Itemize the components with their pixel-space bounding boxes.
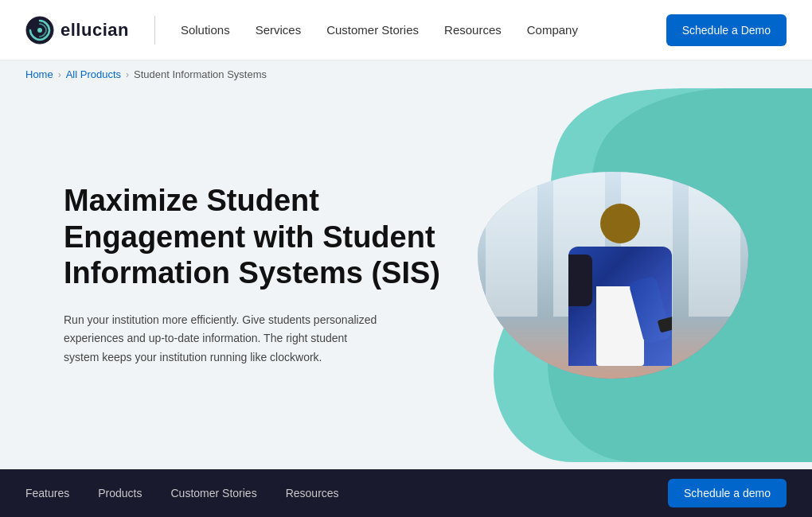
hero-section: Maximize Student Engagement with Student… [0,88,812,462]
ellucian-logo-icon [25,16,54,45]
window-line [689,172,740,317]
breadcrumb-current: Student Information Systems [134,68,267,80]
hero-visual [414,88,812,462]
footer-nav-customer-stories[interactable]: Customer Stories [171,487,257,500]
footer-nav-features[interactable]: Features [25,487,69,500]
person-silhouette [548,204,692,379]
svg-point-1 [37,28,42,33]
nav-item-services[interactable]: Services [256,23,302,37]
hero-title: Maximize Student Engagement with Student… [64,183,446,292]
header-divider [154,16,155,45]
breadcrumb-sep-2: › [126,69,129,80]
breadcrumb: Home › All Products › Student Informatio… [0,60,812,88]
site-header: ellucian Solutions Services Customer Sto… [0,0,812,60]
person-head [600,204,640,243]
nav-item-customer-stories[interactable]: Customer Stories [326,23,419,37]
window-line [486,172,537,317]
schedule-demo-button[interactable]: Schedule a Demo [666,14,787,46]
person-body [568,247,672,366]
hero-content: Maximize Student Engagement with Student… [64,183,446,367]
logo-text: ellucian [61,20,129,41]
breadcrumb-home[interactable]: Home [25,68,53,80]
footer-nav-resources[interactable]: Resources [286,487,339,500]
student-image-bg [478,172,748,379]
nav-item-company[interactable]: Company [527,23,578,37]
footer-nav-products[interactable]: Products [98,487,142,500]
hero-description: Run your institution more efficiently. G… [64,311,382,367]
logo-area[interactable]: ellucian [25,16,129,45]
main-nav: Solutions Services Customer Stories Reso… [181,23,666,37]
footer-schedule-demo-button[interactable]: Schedule a demo [668,479,787,507]
breadcrumb-all-products[interactable]: All Products [66,68,121,80]
person-phone [658,316,672,332]
nav-item-solutions[interactable]: Solutions [181,23,230,37]
breadcrumb-sep-1: › [58,69,61,80]
hero-student-photo [478,172,748,379]
person-backpack [568,255,592,306]
sticky-footer-nav: Features Products Customer Stories Resou… [0,469,812,517]
nav-item-resources[interactable]: Resources [444,23,502,37]
